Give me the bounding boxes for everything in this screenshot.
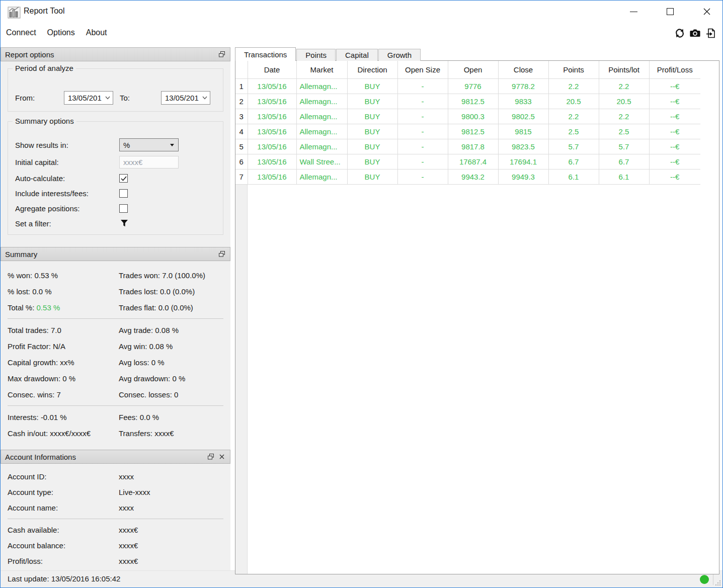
refresh-icon[interactable] [674, 27, 685, 39]
summary-stat-row: Total %: 0.53 % Trades flat: 0.0 (0.0%) [8, 299, 223, 315]
close-panel-icon[interactable] [218, 453, 226, 461]
float-panel-icon[interactable] [207, 453, 215, 461]
points-lot-cell: 2.2 [599, 109, 649, 124]
table-row[interactable]: 1 13/05/16 Allemagn... BUY - 9776 9778.2… [235, 78, 700, 94]
open-size-cell: - [397, 139, 448, 154]
profit-loss-cell: --€ [649, 154, 700, 169]
direction-cell: BUY [347, 139, 397, 154]
summary-header[interactable]: Summary [1, 247, 230, 261]
market-cell: Allemagn... [296, 109, 347, 124]
tab[interactable]: Capital [336, 49, 378, 61]
summary-stats-group-a: % won: 0.53 % Trades won: 7.0 (100.0%) %… [8, 267, 223, 315]
date-cell: 13/05/16 [248, 169, 296, 184]
aggregate-positions-checkbox[interactable] [119, 204, 128, 213]
table-header-cell[interactable]: Open [448, 61, 498, 78]
table-header-cell[interactable]: Open Size [397, 61, 448, 78]
table-header-cell[interactable]: Direction [347, 61, 397, 78]
include-fees-checkbox[interactable] [119, 189, 128, 198]
table-header-cell[interactable]: Points [548, 61, 599, 78]
account-cash-group: Cash available: xxxx€ Account balance: x… [8, 522, 223, 569]
menu-item-about[interactable]: About [81, 26, 113, 39]
table-row[interactable]: 5 13/05/16 Allemagn... BUY - 9817.8 9823… [235, 139, 700, 154]
account-row: Account balance: xxxx€ [8, 538, 223, 553]
maximize-button[interactable] [660, 4, 680, 20]
account-row: Cash available: xxxx€ [8, 522, 223, 538]
menu-item-connect[interactable]: Connect [1, 26, 42, 39]
table-header-cell[interactable]: Market [296, 61, 347, 78]
table-row[interactable]: 2 13/05/16 Allemagn... BUY - 9812.5 9833… [235, 94, 700, 109]
open-size-cell: - [397, 78, 448, 94]
summary-stat-row: Cash in/out: xxxx€/xxxx€ Transfers: xxxx… [8, 425, 223, 441]
table-header-cell[interactable]: Points/lot [599, 61, 649, 78]
aggregate-positions-label: Agregate positions: [15, 204, 119, 213]
profit-loss-cell: --€ [649, 124, 700, 139]
points-cell: 2.2 [548, 109, 599, 124]
period-group-title: Period of analyze [13, 64, 76, 72]
direction-cell: BUY [347, 169, 397, 184]
from-date-value: 13/05/201 [68, 94, 102, 102]
open-cell: 17687.4 [448, 154, 498, 169]
date-cell: 13/05/16 [248, 139, 296, 154]
export-file-icon[interactable] [705, 27, 716, 39]
row-header-gutter [235, 185, 248, 574]
to-date-select[interactable]: 13/05/201 [161, 91, 210, 105]
table-row[interactable]: 6 13/05/16 Wall Stree... BUY - 17687.4 1… [235, 154, 700, 169]
table-row[interactable]: 4 13/05/16 Allemagn... BUY - 9812.5 9815… [235, 124, 700, 139]
resize-grip[interactable] [714, 579, 721, 586]
tab[interactable]: Transactions [235, 47, 296, 61]
row-number-cell: 6 [235, 154, 248, 169]
include-fees-label: Include interests/fees: [15, 189, 119, 198]
open-size-cell: - [397, 109, 448, 124]
show-results-label: Show results in: [15, 141, 119, 149]
account-header[interactable]: Account Informations [1, 450, 230, 464]
market-cell: Allemagn... [296, 78, 347, 94]
float-panel-icon[interactable] [218, 250, 226, 258]
report-options-header[interactable]: Report options [1, 47, 230, 61]
summary-stat-row: Profit Factor: N/A Avg win: 0.08 % [8, 338, 223, 354]
close-button[interactable] [697, 4, 717, 20]
account-title: Account Informations [5, 453, 76, 461]
divider [8, 519, 223, 519]
table-row[interactable]: 7 13/05/16 Allemagn... BUY - 9943.2 9949… [235, 169, 700, 184]
float-panel-icon[interactable] [218, 50, 226, 58]
table-row[interactable]: 3 13/05/16 Allemagn... BUY - 9800.3 9802… [235, 109, 700, 124]
to-label: To: [113, 94, 161, 102]
close-cell: 17694.1 [498, 154, 548, 169]
table-header-row: DateMarketDirectionOpen SizeOpenClosePoi… [235, 61, 700, 78]
divider [8, 405, 223, 406]
menubar: Connect Options About [1, 23, 722, 42]
points-cell: 2.5 [548, 124, 599, 139]
transactions-table-container: DateMarketDirectionOpen SizeOpenClosePoi… [235, 60, 719, 574]
open-cell: 9812.5 [448, 124, 498, 139]
minimize-button[interactable] [623, 4, 644, 20]
account-row: Profit/loss: xxxx€ [8, 553, 223, 569]
initial-capital-label: Initial capital: [15, 158, 119, 166]
points-lot-cell: 5.7 [599, 139, 649, 154]
table-header-cell[interactable]: Date [248, 61, 296, 78]
row-number-cell: 4 [235, 124, 248, 139]
points-cell: 6.1 [548, 169, 599, 184]
profit-loss-cell: --€ [649, 169, 700, 184]
summary-stat-row: % won: 0.53 % Trades won: 7.0 (100.0%) [8, 267, 223, 283]
date-cell: 13/05/16 [248, 78, 296, 94]
row-number-cell: 5 [235, 139, 248, 154]
open-cell: 9800.3 [448, 109, 498, 124]
tab[interactable]: Growth [378, 49, 421, 61]
from-date-select[interactable]: 13/05/201 [64, 91, 113, 105]
show-results-select[interactable]: % [119, 138, 179, 151]
camera-icon[interactable] [689, 27, 701, 39]
profit-loss-cell: --€ [649, 139, 700, 154]
table-header-cell[interactable]: Close [498, 61, 548, 78]
market-cell: Allemagn... [296, 124, 347, 139]
table-header-cell[interactable]: Profit/Loss [649, 61, 700, 78]
filter-icon[interactable] [120, 219, 128, 227]
menu-item-options[interactable]: Options [42, 26, 81, 39]
tab[interactable]: Points [296, 49, 336, 61]
initial-capital-input[interactable] [119, 156, 179, 169]
market-cell: Allemagn... [296, 169, 347, 184]
points-lot-cell: 6.1 [599, 169, 649, 184]
direction-cell: BUY [347, 109, 397, 124]
auto-calculate-checkbox[interactable] [119, 174, 128, 183]
market-cell: Allemagn... [296, 94, 347, 109]
table-header-cell[interactable] [235, 61, 248, 78]
